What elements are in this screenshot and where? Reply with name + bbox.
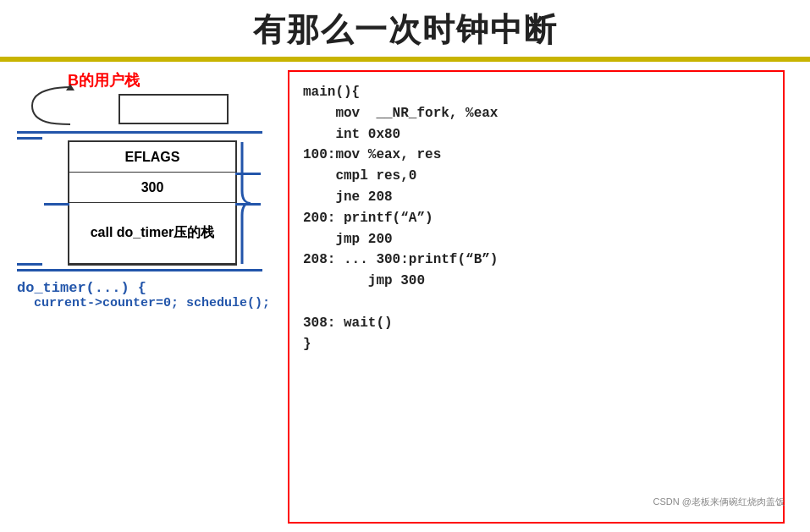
code-line-11: 308: wait()	[303, 313, 769, 334]
stack-frame: EFLAGS 300 call do_timer压的栈	[68, 140, 237, 266]
content-area: B的用户栈 EFLAGS 300	[0, 62, 810, 532]
code-line-6: 200: printf(“A”)	[303, 208, 769, 229]
code-line-2: int 0x80	[303, 124, 769, 145]
stack-row-eflags: EFLAGS	[69, 142, 235, 173]
page-title: 有那么一次时钟中断	[253, 8, 558, 52]
stack-row-300: 300	[69, 173, 235, 203]
code-line-10	[303, 292, 769, 313]
right-panel: main(){ mov __NR_fork, %eax int 0x80 100…	[288, 70, 785, 524]
blue-connector-left-bot	[17, 263, 42, 266]
blue-connector-left-top	[17, 137, 42, 140]
left-panel: B的用户栈 EFLAGS 300	[17, 70, 271, 524]
code-line-9: jmp 300	[303, 271, 769, 292]
brace-group	[239, 142, 259, 264]
do-timer-label: do_timer(...) {	[17, 280, 146, 296]
blue-line-bottom	[17, 269, 262, 271]
code-line-12: }	[303, 334, 769, 355]
do-timer-code: current->counter=0; schedule();	[34, 296, 270, 310]
code-line-3: 100:mov %eax, res	[303, 145, 769, 166]
code-line-0: main(){	[303, 82, 769, 103]
curly-brace-icon	[239, 142, 259, 264]
blue-connector-mid	[44, 203, 69, 206]
code-line-5: jne 208	[303, 187, 769, 208]
code-line-7: jmp 200	[303, 229, 769, 250]
code-line-4: cmpl res,0	[303, 166, 769, 187]
stack-arrow	[24, 80, 74, 140]
code-line-8: 208: ... 300:printf(“B”)	[303, 250, 769, 271]
stack-row-dotimer: call do_timer压的栈	[69, 203, 235, 264]
code-line-1: mov __NR_fork, %eax	[303, 103, 769, 124]
user-stack-box	[118, 94, 229, 124]
b-stack-label: B的用户栈	[68, 70, 140, 90]
page-container: 有那么一次时钟中断 B的用户栈 EFL	[0, 0, 810, 532]
watermark: CSDN @老板来俩碗红烧肉盖饭	[653, 496, 785, 508]
